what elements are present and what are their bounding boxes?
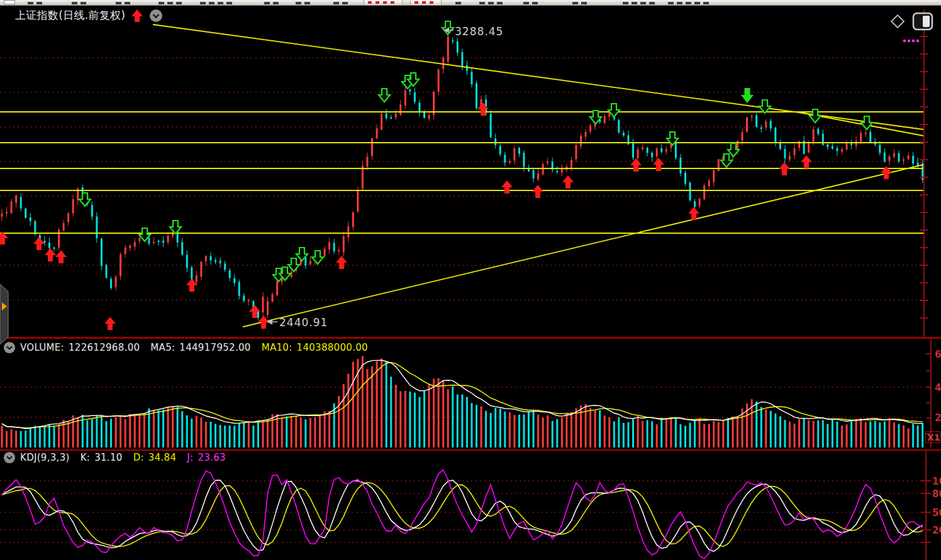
trend-up-arrow-icon	[131, 9, 143, 23]
volume-unit-label: X1	[925, 431, 940, 443]
j-value: 23.63	[198, 452, 225, 463]
sell-arrow-marker	[288, 258, 299, 272]
diamond-tool-icon[interactable]	[888, 12, 907, 31]
buy-arrow-marker	[779, 162, 790, 175]
chart-toolbar	[888, 12, 933, 31]
kdj-name: KDJ(9,3,3)	[20, 452, 70, 463]
ma5-value: 144917952.00	[179, 342, 250, 353]
trend-line	[243, 165, 923, 327]
kdj-series	[2, 470, 923, 559]
kdj-axis-label: 20	[932, 525, 941, 536]
collapse-volume-button[interactable]	[3, 341, 16, 354]
collapse-kdj-button[interactable]	[3, 451, 16, 464]
kdj-axis-label: 50	[932, 507, 941, 519]
drawn-yellow-lines[interactable]	[0, 25, 923, 327]
sell-arrow-marker	[759, 100, 771, 113]
volume-axis-label: 4	[935, 382, 941, 393]
kdj-panel-header: KDJ(9,3,3) K: 31.10 D: 34.84 J: 23.63	[3, 451, 226, 464]
collapse-main-chart-button[interactable]	[149, 9, 163, 23]
volume-axis-label: 2	[935, 412, 941, 424]
buy-arrow-marker	[801, 155, 812, 168]
chart-title-bar: 上证指数(日线.前复权)	[15, 8, 163, 23]
sell-arrow-solid-marker	[741, 88, 754, 103]
volume-value: 122612968.00	[69, 342, 140, 353]
chart-title: 上证指数(日线.前复权)	[15, 8, 125, 23]
d-label: D:	[133, 452, 144, 463]
price-axes: 642100805020	[920, 9, 941, 560]
kdj-axis-label: 100	[932, 476, 941, 487]
ma5-label: MA5:	[150, 342, 175, 353]
j-label: J:	[187, 452, 193, 463]
signal-markers	[0, 21, 892, 330]
buy-arrow-marker	[562, 175, 574, 189]
ma10-value: 140388000.00	[297, 342, 368, 353]
panel-layout-icon[interactable]	[912, 12, 933, 31]
k-label: K:	[81, 452, 91, 463]
volume-series	[1, 356, 924, 447]
sell-arrow-marker	[721, 154, 732, 167]
magenta-dots-indicator	[903, 40, 919, 42]
price-pointers	[267, 28, 454, 325]
left-panel-handle[interactable]	[0, 284, 8, 344]
kdj-axis-label: 80	[932, 488, 941, 500]
low-price-label: 2440.91	[279, 316, 328, 329]
d-value: 34.84	[148, 452, 176, 463]
buy-arrow-marker	[104, 317, 116, 330]
k-value: 31.10	[94, 452, 122, 463]
peak-price-label: 3288.45	[455, 25, 503, 38]
sell-arrow-marker	[861, 116, 872, 129]
buy-arrow-marker	[630, 158, 642, 172]
sell-arrow-marker	[379, 89, 390, 102]
volume-panel-header: VOLUME: 122612968.00 MA5: 144917952.00 M…	[3, 341, 368, 354]
buy-arrow-marker	[55, 250, 67, 263]
sell-arrow-marker	[79, 193, 91, 206]
kdj-j-line	[2, 470, 923, 559]
buy-arrow-marker	[477, 102, 489, 116]
chart-canvas[interactable]: 642100805020	[0, 0, 941, 560]
buy-arrow-marker	[336, 256, 347, 269]
volume-label: VOLUME:	[20, 342, 64, 353]
ma10-label: MA10:	[262, 342, 292, 353]
sell-arrow-marker	[170, 221, 181, 234]
buy-arrow-marker	[33, 237, 45, 250]
app-window: 642100805020 上证指数(日线.前复权) 3288.45 2440.9…	[0, 0, 941, 560]
gridlines	[0, 58, 923, 542]
volume-axis-label: 6	[935, 349, 941, 360]
sell-arrow-marker	[312, 251, 323, 264]
buy-arrow-marker	[501, 180, 513, 194]
